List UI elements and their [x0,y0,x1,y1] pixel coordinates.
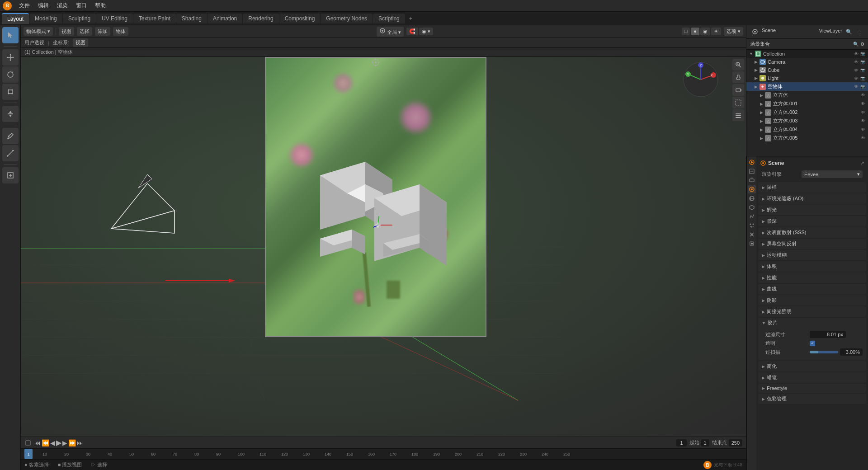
physics-props-icon[interactable] [748,230,756,239]
section-curves-header[interactable]: ▶ 曲线 [758,284,866,294]
section-dof-header[interactable]: ▶ 景深 [758,216,866,226]
tab-add-button[interactable]: + [406,14,416,24]
modifier-props-icon[interactable] [748,212,756,221]
outliner-empty[interactable]: ▶ 空物体 👁 📷 [746,82,868,91]
outliner-filter-icon[interactable]: 🔍 [853,42,859,47]
next-frame-btn[interactable]: ⏩ [68,439,76,446]
scene-icon[interactable] [750,28,760,37]
section-freestyle-header[interactable]: ▶ Freestyle [758,384,866,393]
outliner-cube[interactable]: ▶ Cube 👁 📷 [746,66,868,74]
cube2-eye[interactable]: 👁 [861,93,865,98]
scene-props-icon[interactable] [748,185,756,193]
tab-layout[interactable]: Layout [2,13,29,24]
viewport-select-btn[interactable]: 选择 [77,27,92,36]
section-sss-header[interactable]: ▶ 次表面散射 (SSS) [758,227,866,238]
shading-wire[interactable]: □ [682,28,690,35]
section-volumetrics-header[interactable]: ▶ 体积 [758,261,866,272]
collection-eye[interactable]: 👁 [854,52,859,56]
output-props-icon[interactable] [748,167,756,175]
section-indirect-lighting-header[interactable]: ▶ 间接光照明 [758,306,866,317]
section-simplify-header[interactable]: ▶ 简化 [758,361,866,371]
light-render[interactable]: 📷 [860,76,865,80]
keyframe-toggle[interactable] [24,439,32,446]
outliner-options-icon[interactable]: ⚙ [860,42,864,47]
scene-header-expand[interactable]: ↗ [860,160,864,166]
outliner-collection[interactable]: ▼ Collection 👁 📷 [746,50,868,58]
viewport-view-btn[interactable]: 视图 [59,27,74,36]
render-engine-dropdown[interactable]: Eevee ▾ [802,170,863,178]
jump-start-btn[interactable]: ⏮ [34,439,41,446]
camera-eye[interactable]: 👁 [854,60,859,65]
camera-render[interactable]: 📷 [860,60,865,64]
tool-measure[interactable] [2,145,19,161]
menu-help[interactable]: 帮助 [91,1,109,10]
tool-move[interactable] [2,49,19,66]
cube5-eye[interactable]: 👁 [861,118,865,123]
cube-eye[interactable]: 👁 [854,68,859,73]
section-bloom-header[interactable]: ▶ 辉光 [758,205,866,215]
cube3-eye[interactable]: 👁 [861,101,865,106]
tool-select[interactable] [2,27,19,43]
tool-transform[interactable] [2,106,19,122]
view-layer-icon[interactable] [748,176,756,184]
filter-icon[interactable]: ⋮ [856,28,864,36]
end-frame[interactable]: 250 [729,439,742,446]
outliner-cube4[interactable]: ▶ △ 立方体.002 👁 [746,108,868,117]
tab-texture-paint[interactable]: Texture Paint [133,14,176,24]
hand-tool-btn[interactable] [732,71,744,83]
outliner-cube6[interactable]: ▶ △ 立方体.004 👁 [746,125,868,134]
proportional-edit[interactable]: ◉ ▾ [419,28,433,35]
camera-view-btn[interactable] [732,84,744,96]
world-props-icon[interactable] [748,194,756,202]
navigation-gizmo[interactable]: X Y Z [683,61,719,98]
zoom-in-btn[interactable] [732,59,744,70]
play-btn[interactable]: ▶ [56,438,61,447]
viewport-snap-btn[interactable]: 全局 ▾ [377,27,404,37]
overlay-options[interactable]: 选项 ▾ [724,27,743,36]
viewport-add-btn[interactable]: 添加 [95,27,110,36]
object-props-icon[interactable] [748,203,756,212]
viewport-object-btn[interactable]: 物体 [113,27,128,36]
tool-scale[interactable] [2,84,19,100]
tab-sculpting[interactable]: Sculpting [63,14,96,24]
tool-add[interactable] [2,167,19,183]
menu-edit[interactable]: 编辑 [34,1,52,10]
collection-render[interactable]: 📷 [860,52,865,56]
section-film-header[interactable]: ▼ 胶片 [758,318,866,328]
next-keyframe-btn[interactable]: ▶ [62,439,67,446]
tool-rotate[interactable] [2,66,19,83]
menu-file[interactable]: 文件 [15,1,33,10]
coord-system-btn[interactable]: 视图 [73,38,88,47]
overscan-slider[interactable] [810,351,838,353]
snap-toggle[interactable]: 🧲 [406,28,418,35]
constraints-props-icon[interactable] [748,240,756,248]
outliner-cube7[interactable]: ▶ △ 立方体.005 👁 [746,134,868,142]
outliner-light[interactable]: ▶ Light 👁 📷 [746,74,868,82]
cube7-eye[interactable]: 👁 [861,136,865,141]
section-ao-header[interactable]: ▶ 环境光遮蔽 (AO) [758,193,866,204]
tab-rendering[interactable]: Rendering [243,14,278,24]
menu-window[interactable]: 窗口 [72,1,90,10]
current-frame[interactable]: 1 [676,439,686,446]
section-ssr-header[interactable]: ▶ 屏幕空间反射 [758,239,866,249]
render-props-icon[interactable] [748,158,756,166]
cube-render[interactable]: 📷 [860,68,865,72]
outliner-cube2[interactable]: ▶ △ 立方体 👁 [746,91,868,99]
particles-props-icon[interactable] [748,221,756,230]
tool-annotate[interactable] [2,128,19,144]
outliner-camera[interactable]: ▶ Camera 👁 📷 [746,58,868,66]
cube6-eye[interactable]: 👁 [861,127,865,132]
outliner-cube5[interactable]: ▶ △ 立方体.003 👁 [746,117,868,125]
section-motion-blur-header[interactable]: ▶ 运动模糊 [758,250,866,260]
prev-frame-btn[interactable]: ⏪ [42,439,49,446]
tab-animation[interactable]: Animation [208,14,242,24]
jump-end-btn[interactable]: ⏭ [77,439,83,446]
tab-geometry-nodes[interactable]: Geometry Nodes [321,14,373,24]
tab-modeling[interactable]: Modeling [29,14,62,24]
tab-scripting[interactable]: Scripting [373,14,405,24]
tab-compositing[interactable]: Compositing [279,14,321,24]
start-frame[interactable]: 1 [701,439,709,446]
outliner-cube3[interactable]: ▶ △ 立方体.001 👁 [746,99,868,108]
empty-render[interactable]: 📷 [860,85,865,89]
menu-render[interactable]: 渲染 [53,1,71,10]
